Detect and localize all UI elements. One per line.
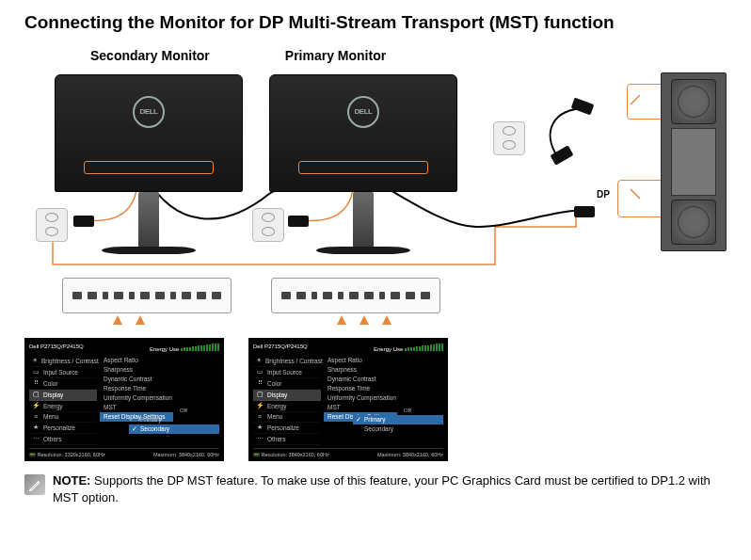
primary-monitor-label: Primary Monitor — [285, 48, 386, 63]
osd-menu-item: ≡Menu — [253, 412, 321, 423]
page-title: Connecting the Monitor for DP Multi-Stre… — [24, 11, 727, 35]
osd-submenu-item: Dynamic Contrast — [100, 375, 173, 384]
pc-power-callout — [627, 84, 664, 120]
osd-energy: Energy Use — [150, 344, 219, 352]
osd-menu-item: ⚡Energy — [253, 401, 321, 412]
osd-menu-item: ▭Input Source — [253, 367, 321, 378]
note-icon — [24, 474, 45, 495]
pc-tower — [661, 72, 727, 251]
osd-submenu-item: Dynamic Contrast — [324, 375, 397, 384]
osd-menu-item: ▢Display — [253, 390, 321, 401]
port-panel-primary — [271, 278, 440, 313]
osd-submenu-item: Uniformity Compensation — [324, 393, 397, 403]
primary-monitor: DELL — [269, 74, 457, 254]
pc-dp-callout — [617, 180, 664, 217]
osd-energy: Energy Use — [374, 344, 443, 352]
osd-submenu-item: Sharpness — [100, 365, 173, 375]
osd-submenu-item: Sharpness — [324, 365, 397, 375]
pc-power-cord-icon — [550, 145, 573, 165]
note-body: Supports the DP MST feature. To make use… — [53, 473, 711, 504]
dp-plug-icon — [574, 206, 595, 217]
osd-menu-item: ☀Brightness / Contrast — [253, 356, 321, 367]
osd-menu-item: ⠿Color — [253, 378, 321, 390]
osd-submenu-item: Uniformity Compensation — [100, 393, 173, 403]
io-panel — [671, 128, 716, 196]
arrow-up-icon — [136, 315, 145, 325]
osd-menu-item: ≡Menu — [29, 412, 97, 423]
osd-option-secondary: Secondary — [129, 424, 219, 434]
dell-logo-icon: DELL — [347, 96, 379, 128]
osd-mst-value: Off — [400, 407, 443, 415]
osd-menu-item: ▭Input Source — [29, 367, 97, 378]
osd-resolution: 📟 Resolution: 3840x2160, 60Hz — [253, 452, 329, 457]
osd-menu-item: ★Personalize — [253, 423, 321, 434]
osd-primary: Dell P2715Q/P2415QEnergy Use ☀Brightness… — [248, 338, 448, 461]
osd-submenu-item: MST — [100, 403, 173, 412]
note-label: NOTE: — [53, 473, 90, 488]
osd-option-primary: Primary — [353, 415, 443, 424]
osd-mst-value: Off — [176, 407, 219, 415]
osd-menu-item: ⋯Others — [253, 434, 321, 445]
arrow-up-icon — [113, 315, 122, 325]
osd-model: Dell P2715Q/P2415Q — [29, 344, 84, 352]
osd-secondary: Dell P2715Q/P2415QEnergy Use ☀Brightness… — [24, 338, 224, 461]
osd-maximum: Maximum: 3840x2160, 60Hz — [153, 452, 219, 457]
osd-menu-item: ▢Display — [29, 390, 97, 401]
note-box: NOTE: Supports the DP MST feature. To ma… — [24, 472, 727, 506]
osd-option-secondary: Secondary — [353, 424, 443, 434]
osd-screenshots: Dell P2715Q/P2415QEnergy Use ☀Brightness… — [24, 338, 727, 461]
osd-submenu-item: MST — [324, 403, 397, 412]
osd-submenu-item: Response Time — [324, 384, 397, 393]
arrow-indicators-secondary — [111, 315, 147, 325]
power-plug-icon — [73, 216, 94, 227]
power-plug-icon — [288, 216, 309, 227]
dp-label: DP — [597, 189, 610, 200]
fan-icon — [671, 79, 716, 124]
osd-menu-item: ⋯Others — [29, 434, 97, 445]
monitor-labels: Secondary Monitor Primary Monitor — [24, 48, 727, 63]
pc-power-plug-icon — [571, 97, 595, 115]
osd-menu-item: ☀Brightness / Contrast — [29, 356, 97, 367]
dell-logo-icon: DELL — [133, 96, 165, 128]
arrow-up-icon — [382, 315, 391, 325]
osd-menu-item: ⠿Color — [29, 378, 97, 390]
note-text: NOTE: Supports the DP MST feature. To ma… — [53, 472, 727, 506]
osd-menu-item: ★Personalize — [29, 423, 97, 434]
osd-resolution: 📟 Resolution: 3320x2160, 60Hz — [29, 452, 105, 457]
port-panel-secondary — [62, 278, 232, 313]
osd-submenu-item: Aspect Ratio — [100, 356, 173, 365]
osd-model: Dell P2715Q/P2415Q — [253, 344, 308, 352]
fan-icon — [671, 200, 716, 245]
power-outlet-icon — [493, 121, 525, 155]
osd-submenu-item: Response Time — [100, 384, 173, 393]
connection-diagram: DELL DELL DP — [24, 67, 727, 330]
osd-menu-item: ⚡Energy — [29, 401, 97, 412]
secondary-monitor-label: Secondary Monitor — [90, 48, 210, 63]
power-outlet-icon — [252, 208, 284, 242]
arrow-indicators-primary — [335, 315, 393, 325]
power-outlet-icon — [36, 208, 68, 242]
arrow-up-icon — [360, 315, 369, 325]
osd-submenu-item: Aspect Ratio — [324, 356, 397, 365]
secondary-monitor: DELL — [55, 74, 243, 254]
osd-maximum: Maximum: 3840x2160, 60Hz — [377, 452, 443, 457]
arrow-up-icon — [337, 315, 346, 325]
osd-option-primary: Primary — [129, 415, 219, 424]
